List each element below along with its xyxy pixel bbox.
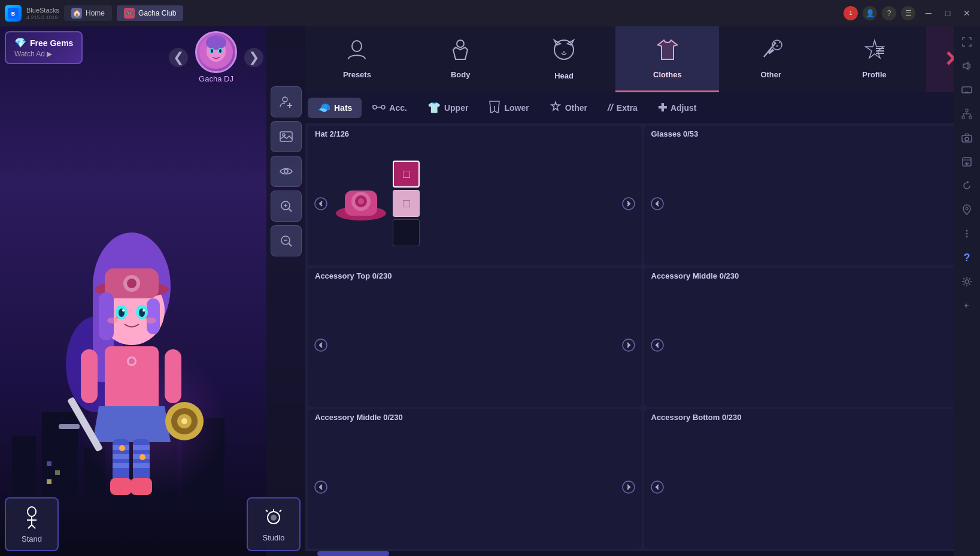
item-grid: Hat 2/126: [305, 123, 980, 551]
tab-head[interactable]: Head: [512, 26, 616, 92]
subtab-other[interactable]: Other: [540, 97, 597, 119]
studio-label: Studio: [263, 533, 285, 542]
subtab-adjust[interactable]: ✚ Adjust: [648, 98, 706, 118]
settings-icon[interactable]: [956, 271, 978, 292]
acc-icon: [372, 102, 386, 114]
bs-tab-home[interactable]: 🏠 Home: [64, 5, 112, 21]
character-name: Gacha DJ: [199, 74, 233, 83]
acc-mid2-next-btn[interactable]: [618, 476, 639, 498]
game-panel: 💎 Free Gems Watch Ad ▶ ❮: [0, 26, 305, 556]
next-character-btn[interactable]: ❯: [244, 48, 263, 67]
subtab-lower[interactable]: Lower: [479, 96, 538, 120]
camera-icon[interactable]: [956, 127, 978, 149]
svg-point-59: [284, 170, 288, 173]
tab-other[interactable]: Other: [719, 26, 823, 92]
add-character-btn[interactable]: [271, 86, 302, 117]
account-btn[interactable]: 👤: [863, 6, 877, 20]
scrollbar[interactable]: [305, 551, 980, 556]
zoom-out-btn[interactable]: [271, 225, 302, 256]
svg-rect-85: [373, 105, 377, 109]
svg-point-10: [222, 53, 226, 56]
help-btn[interactable]: ?: [882, 6, 896, 20]
volume-icon[interactable]: [956, 55, 978, 77]
svg-point-99: [627, 203, 630, 205]
screenshot-icon[interactable]: [956, 151, 978, 173]
svg-rect-44: [113, 454, 129, 459]
svg-point-75: [457, 40, 464, 47]
svg-rect-47: [133, 445, 150, 450]
prev-character-btn[interactable]: ❮: [169, 48, 188, 67]
svg-point-33: [129, 358, 135, 364]
glasses-item-area: [670, 180, 952, 228]
category-tabs: Presets Body: [305, 26, 980, 92]
eye-btn[interactable]: [271, 156, 302, 187]
acc-bot-prev-btn[interactable]: [647, 476, 668, 498]
svg-rect-86: [381, 105, 385, 109]
hat-color-swatch-2[interactable]: [393, 190, 420, 217]
svg-rect-45: [113, 463, 129, 468]
svg-point-101: [656, 203, 659, 205]
zoom-in-btn[interactable]: [271, 191, 302, 222]
hat-image: [334, 179, 388, 229]
lower-icon: [489, 100, 500, 116]
svg-rect-128: [966, 109, 968, 111]
tab-profile[interactable]: Profile: [823, 26, 926, 92]
maximize-btn[interactable]: □: [939, 5, 956, 22]
svg-point-117: [656, 486, 659, 488]
svg-point-136: [965, 137, 969, 141]
svg-line-65: [289, 244, 292, 247]
acc-top-prev-btn[interactable]: [310, 334, 332, 356]
close-btn[interactable]: ✕: [958, 5, 975, 22]
tab-body[interactable]: Body: [409, 26, 512, 92]
other-icon: [759, 38, 783, 67]
glasses-prev-btn[interactable]: [647, 193, 668, 214]
subtab-upper[interactable]: 👕 Upper: [418, 98, 478, 118]
hat-next-btn[interactable]: [618, 193, 639, 214]
svg-point-105: [320, 344, 322, 346]
help-icon[interactable]: ?: [956, 247, 978, 268]
svg-point-58: [283, 134, 285, 136]
svg-point-4: [206, 35, 226, 50]
tab-clothes[interactable]: Clothes: [615, 26, 719, 92]
subtab-hats[interactable]: 🧢 Hats: [308, 98, 362, 118]
rotate-icon[interactable]: [956, 175, 978, 197]
menu-btn[interactable]: ☰: [901, 6, 915, 20]
stand-button[interactable]: Stand: [5, 497, 59, 551]
svg-point-54: [283, 97, 287, 102]
character-sprite: [36, 208, 227, 496]
acc-mid2-prev-btn[interactable]: [310, 476, 332, 498]
acc-top-item-area: [334, 321, 615, 369]
fullscreen-icon[interactable]: [956, 31, 978, 53]
svg-point-26: [122, 309, 125, 312]
svg-rect-49: [133, 463, 150, 468]
notification-btn[interactable]: 1: [844, 6, 858, 20]
location-icon[interactable]: [956, 199, 978, 220]
hat-color-swatch-1[interactable]: [393, 161, 420, 188]
subtab-extra[interactable]: // Extra: [598, 99, 647, 117]
gem-icon: 💎: [14, 37, 26, 49]
adjust-icon: ✚: [658, 101, 667, 114]
minimize-btn[interactable]: ─: [920, 5, 937, 22]
minimize-side-icon[interactable]: [956, 295, 978, 316]
image-btn[interactable]: [271, 121, 302, 152]
more-icon[interactable]: [956, 223, 978, 244]
studio-button[interactable]: Studio: [247, 497, 301, 551]
scroll-thumb[interactable]: [317, 551, 389, 556]
hat-prev-btn[interactable]: [310, 193, 332, 214]
tab-presets[interactable]: Presets: [305, 26, 409, 92]
body-icon: [448, 38, 472, 67]
bs-tab-gacha[interactable]: 🎮 Gacha Club: [117, 5, 183, 21]
svg-rect-20: [99, 292, 114, 340]
network-icon[interactable]: [956, 103, 978, 125]
keyboard-icon[interactable]: [956, 79, 978, 101]
clothes-label: Clothes: [653, 70, 682, 79]
body-label: Body: [451, 70, 471, 79]
acc-mid1-prev-btn[interactable]: [647, 334, 668, 356]
svg-rect-21: [147, 298, 160, 334]
subtab-acc[interactable]: Acc.: [363, 98, 417, 118]
hats-icon: 🧢: [317, 101, 330, 114]
svg-line-78: [764, 43, 776, 57]
hat-color-swatch-3[interactable]: [393, 219, 420, 246]
acc-top-next-btn[interactable]: [618, 334, 639, 356]
free-gems-button[interactable]: 💎 Free Gems Watch Ad ▶: [5, 31, 83, 64]
